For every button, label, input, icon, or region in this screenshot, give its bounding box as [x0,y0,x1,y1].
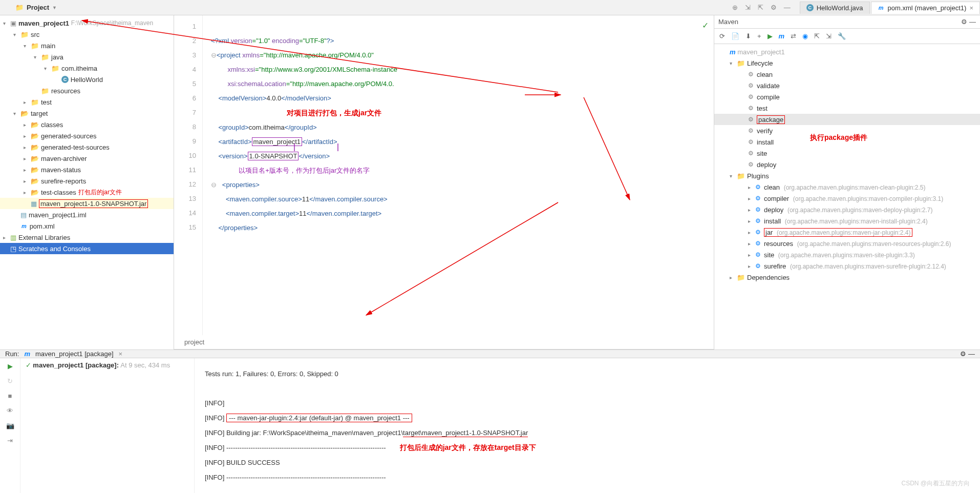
close-icon[interactable]: × [119,350,123,358]
console-output[interactable]: Tests run: 1, Failures: 0, Errors: 0, Sk… [195,358,980,493]
project-tree[interactable]: ▾▣maven_project1 F:\WorkSpace\itheima_ma… [0,15,174,350]
editor-tabs: C HelloWorld.java m pom.xml (maven_proje… [800,2,980,14]
rerun-icon[interactable]: ▶ [8,362,13,370]
tree-hello[interactable]: C HelloWorld [0,74,174,85]
tree-pkg[interactable]: ▾📁com.itheima [0,63,174,74]
goal-validate[interactable]: ⚙validate [714,80,980,91]
plugin-surefire[interactable]: ▸⚙surefire (org.apache.maven.plugins:mav… [714,260,980,272]
tree-maven-status[interactable]: ▸📂maven-status [0,164,174,175]
run-status: maven_project1 [package]: [33,361,119,369]
tree-generated-sources[interactable]: ▸📂generated-sources [0,130,174,141]
tree-main[interactable]: ▾📁main [0,40,174,51]
goal-clean[interactable]: ⚙clean [714,69,980,80]
stop-icon[interactable]: ↻ [7,377,13,385]
tab-helloworld[interactable]: C HelloWorld.java [800,2,870,14]
mvn-plugins[interactable]: ▾📁Plugins [714,170,980,181]
maven-title: Maven [718,18,738,26]
gear-icon[interactable]: ⚙ — [960,350,975,358]
camera-icon[interactable]: 📷 [6,422,14,429]
plugin-clean[interactable]: ▸⚙clean (org.apache.maven.plugins:maven-… [714,181,980,193]
tree-target[interactable]: ▾📂target [0,108,174,119]
tree-root[interactable]: ▾▣maven_project1 F:\WorkSpace\itheima_ma… [0,17,174,29]
collapse-icon[interactable]: ⇱ [814,32,820,40]
plugin-jar[interactable]: ▸⚙jar (org.apache.maven.plugins:maven-ja… [714,227,980,238]
java-icon: C [806,4,814,11]
tree-surefire-reports[interactable]: ▸📂surefire-reports [0,175,174,187]
goal-site[interactable]: ⚙site [714,148,980,159]
tree-src[interactable]: ▾📁src [0,29,174,40]
plugin-site[interactable]: ▸⚙site (org.apache.maven.plugins:maven-s… [714,249,980,260]
plugin-deploy[interactable]: ▸⚙deploy (org.apache.maven.plugins:maven… [714,204,980,215]
goal-deploy[interactable]: ⚙deploy [714,159,980,170]
run-icon[interactable]: ▶ [768,32,773,40]
java-icon: C [61,76,69,83]
maven-tree[interactable]: m maven_project1 ▾📁Lifecycle ⚙clean⚙vali… [714,44,980,350]
tree-ext-lib[interactable]: ▸▥External Libraries [0,232,174,243]
collapse-icon[interactable]: ⇱ [758,4,763,11]
tree-maven-archiver[interactable]: ▸📂maven-archiver [0,153,174,164]
plugin-resources[interactable]: ▸⚙resources (org.apache.maven.plugins:ma… [714,238,980,249]
folder-icon: 📁 [15,4,24,11]
code-content[interactable]: ✓<?xml version="1.0" encoding="UTF-8"?> … [203,15,714,335]
view-icon[interactable]: 👁 [7,407,13,415]
tree-label: java [51,53,63,61]
tree-scratches[interactable]: ◳Scratches and Consoles [0,243,174,254]
plugin-install[interactable]: ▸⚙install (org.apache.maven.plugins:mave… [714,215,980,227]
tree-label: resources [51,87,80,95]
add-icon[interactable]: + [757,32,761,40]
file-icon: ▤ [20,211,27,219]
tree-pom[interactable]: m pom.xml [0,220,174,232]
tree-classes[interactable]: ▸📂classes [0,119,174,130]
tab-pom[interactable]: m pom.xml (maven_project1) × [871,2,980,14]
skip-tests-icon[interactable]: ◉ [802,32,808,40]
tree-java[interactable]: ▾📁java [0,51,174,63]
stop-icon[interactable]: ■ [8,392,12,400]
tree-label: External Libraries [18,234,70,241]
project-dropdown[interactable]: 📁 Project [0,4,63,11]
toolbar-icons: ⊕ ⇲ ⇱ ⚙ — [732,4,796,11]
mvn-lifecycle[interactable]: ▾📁Lifecycle [714,57,980,69]
mvn-deps[interactable]: ▸📁Dependencies [714,272,980,283]
reload-icon[interactable]: ⟳ [719,32,725,40]
maven-icon: m [24,350,30,358]
gear-icon[interactable]: ⚙ [771,4,777,11]
goal-compile[interactable]: ⚙compile [714,91,980,102]
gear-icon[interactable]: ⚙ — [961,18,976,26]
annotation-output: 打包后生成的jar文件，存放在target目录下 [400,443,536,451]
close-icon[interactable]: × [969,4,973,12]
goal-package[interactable]: ⚙package [714,114,980,125]
mvn-project[interactable]: m maven_project1 [714,46,980,57]
tree-label: com.itheima [61,65,97,72]
annotation-exec: 执行package插件 [810,133,867,142]
expand-icon[interactable]: ⇲ [745,4,751,11]
goal-test[interactable]: ⚙test [714,102,980,114]
download-icon[interactable]: ⬇ [745,32,751,40]
tree-resources[interactable]: 📁resources [0,85,174,96]
line-gutter: 123456789101112131415 [174,15,203,335]
show-icon[interactable]: ⇲ [826,32,832,40]
tree-iml[interactable]: ▤maven_project1.iml [0,209,174,220]
tree-label: maven_project1.iml [29,211,87,219]
tree-jar[interactable]: ▦maven_project1-1.0-SNAPSHOT.jar [0,198,174,209]
wrench-icon[interactable]: 🔧 [838,32,846,40]
target-icon[interactable]: ⊕ [732,4,738,11]
tree-label: main [41,42,55,50]
annotation-name: 以项目名+版本号，作为打包后jar文件的名字 [239,167,370,174]
jar-output-path: target\maven_project1-1.0-SNAPSHOT.jar [403,429,528,437]
maven-panel: Maven⚙ — ⟳ 📄 ⬇ + ▶ m ⇄ ◉ ⇱ ⇲ 🔧 m maven_p… [714,15,980,350]
toggle-icon[interactable]: ⇄ [791,32,796,40]
tree-test-classes[interactable]: ▸📂test-classes打包后的jar文件 [0,187,174,198]
tree-test[interactable]: ▸📁test [0,96,174,108]
watermark: CSDN @向着五星的方向 [901,479,970,488]
tree-generated-test-sources[interactable]: ▸📂generated-test-sources [0,141,174,153]
run-config[interactable]: maven_project1 [package] [35,350,113,358]
maven-icon[interactable]: m [779,32,785,40]
top-toolbar: 📁 Project ⊕ ⇲ ⇱ ⚙ — C HelloWorld.java m … [0,0,980,15]
exit-icon[interactable]: ⇥ [7,437,13,444]
generate-icon[interactable]: 📄 [731,32,739,40]
hide-icon[interactable]: — [784,4,791,11]
plugin-compiler[interactable]: ▸⚙compiler (org.apache.maven.plugins:mav… [714,193,980,204]
tree-label: Scratches and Consoles [18,245,91,253]
run-tree[interactable]: ✓ maven_project1 [package]: At 9 sec, 43… [20,358,195,493]
project-label: Project [27,4,49,11]
